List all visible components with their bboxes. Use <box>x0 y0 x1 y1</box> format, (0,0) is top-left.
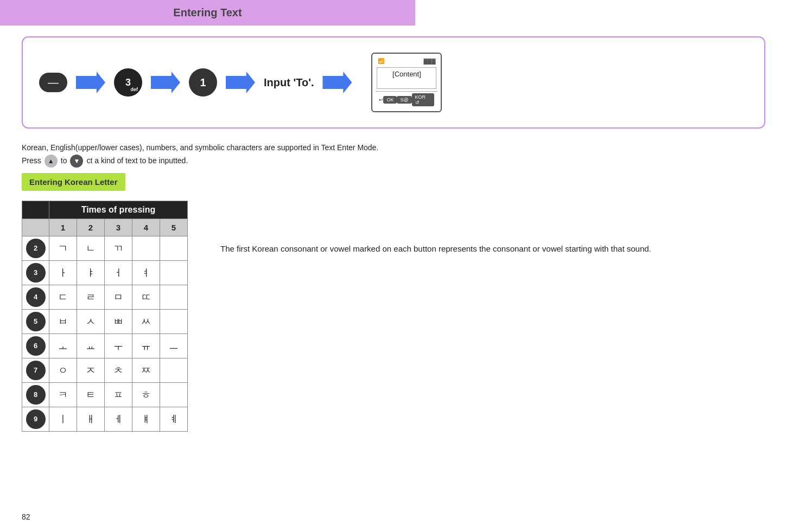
cell-4: ㅕ <box>132 260 160 285</box>
col-header-2: 2 <box>77 219 105 236</box>
phone-content-text: [Content] <box>392 70 421 78</box>
row-num-button: 6 <box>26 336 46 356</box>
row-btn-cell: 9 <box>22 407 49 431</box>
row-btn-cell: 2 <box>22 236 49 260</box>
cell-1: ㅋ <box>49 382 77 407</box>
phone-bottom-bar: ↩ OK S@ KOR ↺ <box>376 91 437 108</box>
description: Korean, English(upper/lower cases), numb… <box>22 142 765 168</box>
page-header: Entering Text <box>0 0 415 25</box>
arrow-2 <box>151 72 180 93</box>
row-num-button: 8 <box>26 385 46 405</box>
cell-2: ㅐ <box>77 407 105 431</box>
input-label: Input 'To'. <box>264 76 314 89</box>
table-row: 5ㅂㅅㅃㅆ <box>22 309 188 334</box>
desc-line2: Press ▲ to ▼ ct a kind of text to be inp… <box>22 155 765 168</box>
table-row: 8ㅋㅌㅍㅎ <box>22 382 188 407</box>
row-num-button: 9 <box>26 409 46 429</box>
cell-5: ㅡ <box>160 334 188 358</box>
phone-content-area: [Content] <box>377 67 436 89</box>
col-header-btn <box>22 219 49 236</box>
cell-1: ㅇ <box>49 358 77 382</box>
cell-3: ㅍ <box>105 382 132 407</box>
cell-2: ㅛ <box>77 334 105 358</box>
table-row: 4ㄷㄹㅁㄸ <box>22 285 188 309</box>
phone-signal: 📶 <box>378 58 384 64</box>
row-num-button: 7 <box>26 361 46 380</box>
cell-3: ㅁ <box>105 285 132 309</box>
table-row: 9ㅣㅐㅔㅒㅖ <box>22 407 188 431</box>
row-btn-cell: 7 <box>22 358 49 382</box>
cell-3: ㅊ <box>105 358 132 382</box>
col-header-4: 4 <box>132 219 160 236</box>
table-row: 6ㅗㅛㅜㅠㅡ <box>22 334 188 358</box>
cell-1: ㅏ <box>49 260 77 285</box>
desc-line1: Korean, English(upper/lower cases), numb… <box>22 142 765 155</box>
phone-ok-button: OK <box>383 96 397 104</box>
row-btn-cell: 3 <box>22 260 49 285</box>
phone-top-bar: 📶 ▓▓▓ <box>376 57 437 65</box>
cell-3: ㅔ <box>105 407 132 431</box>
phone-kor-button: KOR ↺ <box>412 93 435 106</box>
up-button: ▲ <box>45 155 58 168</box>
cell-4: ㅠ <box>132 334 160 358</box>
cell-1: ㅂ <box>49 309 77 334</box>
cell-2: ㅅ <box>77 309 105 334</box>
section-label: Entering Korean Letter <box>22 173 125 191</box>
table-row: 7ㅇㅈㅊㅉ <box>22 358 188 382</box>
cell-4: ㅎ <box>132 382 160 407</box>
button-3def: 3def <box>114 68 142 97</box>
table-header-main: Times of pressing <box>49 201 188 219</box>
row-btn-cell: 5 <box>22 309 49 334</box>
cell-3: ㅃ <box>105 309 132 334</box>
row-btn-cell: 6 <box>22 334 49 358</box>
row-num-button: 3 <box>26 263 46 283</box>
cell-2: ㅌ <box>77 382 105 407</box>
desc-to: to <box>61 155 67 168</box>
arrow-1 <box>76 72 105 93</box>
cell-5 <box>160 285 188 309</box>
phone-back-icon: ↩ <box>379 97 383 102</box>
arrow-3 <box>226 72 255 93</box>
button-3def-sub: def <box>131 87 138 92</box>
table-row: 2ㄱㄴㄲ <box>22 236 188 260</box>
cell-1: ㅣ <box>49 407 77 431</box>
cell-4: ㅆ <box>132 309 160 334</box>
table-row: 3ㅏㅑㅓㅕ <box>22 260 188 285</box>
cell-4: ㄸ <box>132 285 160 309</box>
cell-2: ㅑ <box>77 260 105 285</box>
col-header-3: 3 <box>105 219 132 236</box>
row-num-button: 2 <box>26 239 46 258</box>
row-num-button: 5 <box>26 312 46 331</box>
phone-mockup: 📶 ▓▓▓ [Content] ↩ OK S@ KOR ↺ <box>371 53 442 112</box>
diagram-box: — 3def 1 Input 'To'. 📶 ▓▓▓ [Content] <box>22 36 765 129</box>
phone-battery: ▓▓▓ <box>424 58 436 64</box>
row-num-button: 4 <box>26 287 46 307</box>
cell-5 <box>160 309 188 334</box>
cell-5 <box>160 236 188 260</box>
cell-3: ㅓ <box>105 260 132 285</box>
col-header-5: 5 <box>160 219 188 236</box>
page-number: 82 <box>22 512 30 521</box>
dash-button: — <box>39 73 67 92</box>
right-note: The first Korean consonant or vowel mark… <box>220 244 765 253</box>
row-btn-cell: 8 <box>22 382 49 407</box>
desc-press: Press <box>22 155 41 168</box>
note-section: The first Korean consonant or vowel mark… <box>220 201 765 253</box>
cell-5: ㅖ <box>160 407 188 431</box>
cell-2: ㄴ <box>77 236 105 260</box>
cell-4 <box>132 236 160 260</box>
table-section: Times of pressing 1 2 3 4 5 2ㄱㄴㄲ3ㅏㅑㅓㅕ4ㄷㄹ… <box>22 201 188 445</box>
table-corner <box>22 201 49 219</box>
arrow-4 <box>322 72 352 93</box>
down-button: ▼ <box>70 155 83 168</box>
cell-5 <box>160 260 188 285</box>
cell-1: ㄱ <box>49 236 77 260</box>
desc-suffix: ct a kind of text to be inputted. <box>86 155 188 168</box>
cell-1: ㅗ <box>49 334 77 358</box>
cell-3: ㄲ <box>105 236 132 260</box>
cell-1: ㄷ <box>49 285 77 309</box>
phone-menu-button: S@ <box>397 96 411 104</box>
cell-5 <box>160 382 188 407</box>
row-btn-cell: 4 <box>22 285 49 309</box>
page-title: Entering Text <box>11 7 404 19</box>
